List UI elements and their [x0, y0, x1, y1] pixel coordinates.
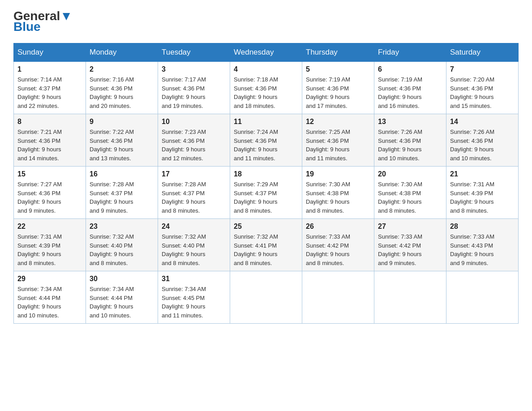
day-number: 14 [450, 118, 515, 126]
day-info: Sunrise: 7:17 AM Sunset: 4:36 PM Dayligh… [162, 75, 226, 110]
day-info: Sunrise: 7:28 AM Sunset: 4:37 PM Dayligh… [162, 180, 226, 215]
day-number: 6 [378, 65, 442, 73]
col-header-sunday: Sunday [14, 43, 86, 62]
logo-blue-text: Blue [13, 20, 41, 34]
day-number: 17 [162, 170, 226, 178]
calendar-cell: 30 Sunrise: 7:34 AM Sunset: 4:44 PM Dayl… [86, 271, 158, 324]
day-info: Sunrise: 7:26 AM Sunset: 4:36 PM Dayligh… [450, 128, 515, 163]
day-info: Sunrise: 7:18 AM Sunset: 4:36 PM Dayligh… [234, 75, 298, 110]
day-info: Sunrise: 7:25 AM Sunset: 4:36 PM Dayligh… [306, 128, 370, 163]
col-header-thursday: Thursday [302, 43, 374, 62]
day-info: Sunrise: 7:23 AM Sunset: 4:36 PM Dayligh… [162, 128, 226, 163]
calendar-cell: 28 Sunrise: 7:33 AM Sunset: 4:43 PM Dayl… [446, 219, 519, 271]
day-info: Sunrise: 7:34 AM Sunset: 4:44 PM Dayligh… [90, 285, 154, 320]
week-row-2: 8 Sunrise: 7:21 AM Sunset: 4:36 PM Dayli… [14, 114, 519, 167]
calendar-cell: 8 Sunrise: 7:21 AM Sunset: 4:36 PM Dayli… [14, 114, 86, 167]
week-row-3: 15 Sunrise: 7:27 AM Sunset: 4:36 PM Dayl… [14, 167, 519, 219]
day-number: 1 [17, 65, 82, 73]
header-row: SundayMondayTuesdayWednesdayThursdayFrid… [14, 43, 519, 62]
calendar-cell: 23 Sunrise: 7:32 AM Sunset: 4:40 PM Dayl… [86, 219, 158, 271]
day-info: Sunrise: 7:32 AM Sunset: 4:41 PM Dayligh… [234, 232, 298, 267]
day-number: 2 [90, 65, 154, 73]
day-number: 10 [162, 118, 226, 126]
day-info: Sunrise: 7:27 AM Sunset: 4:36 PM Dayligh… [17, 180, 82, 215]
calendar-cell: 4 Sunrise: 7:18 AM Sunset: 4:36 PM Dayli… [230, 62, 302, 114]
calendar-cell: 21 Sunrise: 7:31 AM Sunset: 4:39 PM Dayl… [446, 167, 519, 219]
calendar-cell: 22 Sunrise: 7:31 AM Sunset: 4:39 PM Dayl… [14, 219, 86, 271]
day-info: Sunrise: 7:32 AM Sunset: 4:40 PM Dayligh… [162, 232, 226, 267]
calendar-cell: 10 Sunrise: 7:23 AM Sunset: 4:36 PM Dayl… [158, 114, 230, 167]
day-number: 12 [306, 118, 370, 126]
calendar-cell: 7 Sunrise: 7:20 AM Sunset: 4:36 PM Dayli… [446, 62, 519, 114]
calendar-table: SundayMondayTuesdayWednesdayThursdayFrid… [13, 43, 519, 324]
col-header-saturday: Saturday [446, 43, 519, 62]
day-info: Sunrise: 7:30 AM Sunset: 4:38 PM Dayligh… [306, 180, 370, 215]
col-header-friday: Friday [374, 43, 446, 62]
col-header-monday: Monday [86, 43, 158, 62]
calendar-cell: 26 Sunrise: 7:33 AM Sunset: 4:42 PM Dayl… [302, 219, 374, 271]
col-header-wednesday: Wednesday [230, 43, 302, 62]
week-row-1: 1 Sunrise: 7:14 AM Sunset: 4:37 PM Dayli… [14, 62, 519, 114]
day-info: Sunrise: 7:33 AM Sunset: 4:42 PM Dayligh… [378, 232, 442, 267]
day-info: Sunrise: 7:19 AM Sunset: 4:36 PM Dayligh… [306, 75, 370, 110]
day-number: 21 [450, 170, 515, 178]
day-info: Sunrise: 7:16 AM Sunset: 4:36 PM Dayligh… [90, 75, 154, 110]
day-info: Sunrise: 7:21 AM Sunset: 4:36 PM Dayligh… [17, 128, 82, 163]
calendar-cell: 6 Sunrise: 7:19 AM Sunset: 4:36 PM Dayli… [374, 62, 446, 114]
calendar-header: SundayMondayTuesdayWednesdayThursdayFrid… [14, 43, 519, 62]
day-info: Sunrise: 7:22 AM Sunset: 4:36 PM Dayligh… [90, 128, 154, 163]
day-info: Sunrise: 7:34 AM Sunset: 4:44 PM Dayligh… [17, 285, 82, 320]
day-number: 28 [450, 223, 515, 231]
day-number: 13 [378, 118, 442, 126]
calendar-cell: 12 Sunrise: 7:25 AM Sunset: 4:36 PM Dayl… [302, 114, 374, 167]
day-number: 18 [234, 170, 298, 178]
day-number: 5 [306, 65, 370, 73]
calendar-cell: 20 Sunrise: 7:30 AM Sunset: 4:38 PM Dayl… [374, 167, 446, 219]
day-info: Sunrise: 7:34 AM Sunset: 4:45 PM Dayligh… [162, 285, 226, 320]
day-number: 19 [306, 170, 370, 178]
calendar-cell: 3 Sunrise: 7:17 AM Sunset: 4:36 PM Dayli… [158, 62, 230, 114]
day-number: 8 [17, 118, 82, 126]
calendar-cell: 18 Sunrise: 7:29 AM Sunset: 4:37 PM Dayl… [230, 167, 302, 219]
day-number: 20 [378, 170, 442, 178]
calendar-cell: 31 Sunrise: 7:34 AM Sunset: 4:45 PM Dayl… [158, 271, 230, 324]
calendar-cell: 16 Sunrise: 7:28 AM Sunset: 4:37 PM Dayl… [86, 167, 158, 219]
day-info: Sunrise: 7:32 AM Sunset: 4:40 PM Dayligh… [90, 232, 154, 267]
day-number: 24 [162, 223, 226, 231]
calendar-cell [230, 271, 302, 324]
day-info: Sunrise: 7:14 AM Sunset: 4:37 PM Dayligh… [17, 75, 82, 110]
calendar-cell: 19 Sunrise: 7:30 AM Sunset: 4:38 PM Dayl… [302, 167, 374, 219]
week-row-4: 22 Sunrise: 7:31 AM Sunset: 4:39 PM Dayl… [14, 219, 519, 271]
day-number: 26 [306, 223, 370, 231]
col-header-tuesday: Tuesday [158, 43, 230, 62]
day-number: 31 [162, 275, 226, 283]
calendar-cell: 17 Sunrise: 7:28 AM Sunset: 4:37 PM Dayl… [158, 167, 230, 219]
calendar-cell: 24 Sunrise: 7:32 AM Sunset: 4:40 PM Dayl… [158, 219, 230, 271]
day-number: 27 [378, 223, 442, 231]
calendar-cell: 1 Sunrise: 7:14 AM Sunset: 4:37 PM Dayli… [14, 62, 86, 114]
logo: General▼ Blue [13, 9, 73, 34]
calendar-body: 1 Sunrise: 7:14 AM Sunset: 4:37 PM Dayli… [14, 62, 519, 324]
day-info: Sunrise: 7:28 AM Sunset: 4:37 PM Dayligh… [90, 180, 154, 215]
day-number: 25 [234, 223, 298, 231]
calendar-cell [374, 271, 446, 324]
calendar-cell: 25 Sunrise: 7:32 AM Sunset: 4:41 PM Dayl… [230, 219, 302, 271]
day-info: Sunrise: 7:33 AM Sunset: 4:43 PM Dayligh… [450, 232, 515, 267]
calendar-cell: 14 Sunrise: 7:26 AM Sunset: 4:36 PM Dayl… [446, 114, 519, 167]
day-number: 3 [162, 65, 226, 73]
day-info: Sunrise: 7:33 AM Sunset: 4:42 PM Dayligh… [306, 232, 370, 267]
day-number: 23 [90, 223, 154, 231]
day-number: 7 [450, 65, 515, 73]
day-info: Sunrise: 7:30 AM Sunset: 4:38 PM Dayligh… [378, 180, 442, 215]
calendar-cell: 13 Sunrise: 7:26 AM Sunset: 4:36 PM Dayl… [374, 114, 446, 167]
day-number: 30 [90, 275, 154, 283]
calendar-cell: 5 Sunrise: 7:19 AM Sunset: 4:36 PM Dayli… [302, 62, 374, 114]
day-info: Sunrise: 7:24 AM Sunset: 4:36 PM Dayligh… [234, 128, 298, 163]
day-number: 29 [17, 275, 82, 283]
calendar-cell: 2 Sunrise: 7:16 AM Sunset: 4:36 PM Dayli… [86, 62, 158, 114]
day-info: Sunrise: 7:19 AM Sunset: 4:36 PM Dayligh… [378, 75, 442, 110]
calendar-cell: 27 Sunrise: 7:33 AM Sunset: 4:42 PM Dayl… [374, 219, 446, 271]
week-row-5: 29 Sunrise: 7:34 AM Sunset: 4:44 PM Dayl… [14, 271, 519, 324]
day-info: Sunrise: 7:29 AM Sunset: 4:37 PM Dayligh… [234, 180, 298, 215]
day-number: 22 [17, 223, 82, 231]
